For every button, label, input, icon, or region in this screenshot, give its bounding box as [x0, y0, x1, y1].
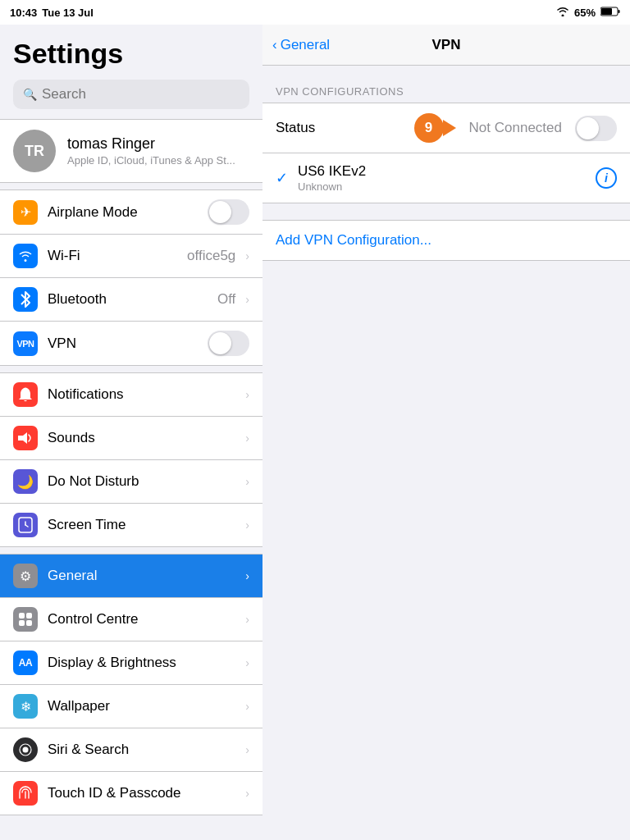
- back-chevron-icon: ‹: [272, 37, 277, 53]
- screen-time-label: Screen Time: [48, 517, 235, 533]
- vpn-entry-row[interactable]: ✓ US6 IKEv2 Unknown i: [262, 153, 630, 203]
- profile-row[interactable]: TR tomas Ringer Apple ID, iCloud, iTunes…: [0, 119, 262, 183]
- general-label: General: [48, 568, 235, 584]
- vpn-entry-info: US6 IKEv2 Unknown: [298, 163, 586, 193]
- sidebar: Settings 🔍 TR tomas Ringer Apple ID, iCl…: [0, 25, 262, 840]
- sidebar-item-display-brightness[interactable]: AA Display & Brightness ›: [0, 641, 262, 685]
- sidebar-item-sounds[interactable]: Sounds ›: [0, 417, 262, 460]
- bluetooth-chevron: ›: [245, 293, 249, 306]
- sidebar-item-wallpaper[interactable]: ❄ Wallpaper ›: [0, 685, 262, 728]
- profile-subtitle: Apple ID, iCloud, iTunes & App St...: [67, 154, 235, 167]
- siri-search-chevron: ›: [245, 743, 249, 756]
- vpn-status-row: Status 9 Not Connected: [262, 103, 630, 153]
- vpn-checkmark-icon: ✓: [276, 169, 288, 187]
- vpn-entry-sub: Unknown: [298, 180, 586, 193]
- avatar: TR: [13, 130, 56, 172]
- display-group: ⚙ General › Control Centre › AA: [0, 554, 262, 815]
- wallpaper-label: Wallpaper: [48, 698, 235, 714]
- wifi-value: office5g: [187, 248, 235, 264]
- battery: 65%: [574, 7, 596, 19]
- status-bar: 10:43 Tue 13 Jul 65%: [0, 0, 630, 25]
- sidebar-item-vpn[interactable]: VPN VPN: [0, 322, 262, 365]
- screen-time-chevron: ›: [245, 518, 249, 532]
- bluetooth-label: Bluetooth: [48, 291, 208, 308]
- profile-name: tomas Ringer: [67, 135, 235, 153]
- airplane-mode-icon: ✈: [13, 200, 38, 225]
- profile-info: tomas Ringer Apple ID, iCloud, iTunes & …: [67, 135, 235, 167]
- sidebar-item-screen-time[interactable]: Screen Time ›: [0, 504, 262, 546]
- notifications-label: Notifications: [48, 386, 235, 403]
- wifi-settings-icon: [13, 244, 38, 268]
- siri-search-label: Siri & Search: [48, 742, 235, 758]
- sidebar-item-do-not-disturb[interactable]: 🌙 Do Not Disturb ›: [0, 460, 262, 504]
- touch-id-icon: [13, 781, 38, 806]
- svg-rect-1: [601, 8, 612, 15]
- display-brightness-label: Display & Brightness: [48, 655, 235, 671]
- back-label: General: [281, 37, 330, 53]
- general-icon: ⚙: [13, 564, 38, 588]
- svg-point-12: [23, 747, 29, 753]
- svg-rect-9: [19, 620, 25, 626]
- search-bar[interactable]: 🔍: [13, 80, 249, 109]
- status-label: Status: [276, 120, 408, 136]
- vpn-label: VPN: [48, 336, 198, 352]
- bluetooth-icon: [13, 287, 38, 312]
- svg-rect-7: [19, 613, 25, 619]
- control-centre-chevron: ›: [245, 613, 249, 626]
- wifi-chevron: ›: [245, 249, 249, 262]
- nav-title: VPN: [432, 37, 461, 53]
- vpn-badge: 9: [414, 113, 444, 143]
- sounds-label: Sounds: [48, 430, 235, 446]
- right-panel: ‹ General VPN VPN CONFIGURATIONS Status …: [262, 25, 630, 840]
- vpn-section-header: VPN CONFIGURATIONS: [262, 85, 630, 103]
- sounds-icon: [13, 426, 38, 450]
- vpn-icon: VPN: [13, 331, 38, 356]
- vpn-badge-wrapper: 9: [414, 113, 456, 143]
- sidebar-item-airplane-mode[interactable]: ✈ Airplane Mode: [0, 190, 262, 235]
- notifications-group: Notifications › Sounds › 🌙 Do Not Distur…: [0, 372, 262, 547]
- airplane-mode-toggle[interactable]: [208, 199, 249, 225]
- sidebar-item-siri-search[interactable]: Siri & Search ›: [0, 728, 262, 772]
- wifi-icon: [556, 7, 569, 19]
- search-input[interactable]: [42, 86, 240, 103]
- status-text: Not Connected: [469, 120, 562, 136]
- sidebar-item-bluetooth[interactable]: Bluetooth Off ›: [0, 278, 262, 322]
- touch-id-chevron: ›: [245, 787, 249, 800]
- connectivity-group: ✈ Airplane Mode Wi-Fi office5g ›: [0, 189, 262, 366]
- do-not-disturb-chevron: ›: [245, 475, 249, 488]
- sidebar-item-notifications[interactable]: Notifications ›: [0, 373, 262, 417]
- vpn-toggle[interactable]: [208, 331, 249, 356]
- svg-marker-3: [18, 432, 27, 444]
- vpn-badge-arrow: [443, 120, 456, 136]
- sidebar-item-touch-id[interactable]: Touch ID & Passcode ›: [0, 772, 262, 815]
- do-not-disturb-label: Do Not Disturb: [48, 473, 235, 490]
- vpn-status-toggle[interactable]: [575, 116, 617, 141]
- general-chevron: ›: [245, 569, 249, 582]
- control-centre-label: Control Centre: [48, 611, 235, 628]
- settings-title: Settings: [0, 25, 262, 76]
- do-not-disturb-icon: 🌙: [13, 469, 38, 494]
- control-centre-icon: [13, 607, 38, 632]
- add-vpn-row[interactable]: Add VPN Configuration...: [262, 220, 630, 261]
- vpn-content: VPN CONFIGURATIONS Status 9 Not Connecte…: [262, 66, 630, 261]
- touch-id-label: Touch ID & Passcode: [48, 785, 235, 801]
- nav-back-button[interactable]: ‹ General: [272, 37, 330, 53]
- battery-icon: [600, 7, 620, 19]
- nav-bar: ‹ General VPN: [262, 25, 630, 66]
- vpn-entry-name: US6 IKEv2: [298, 163, 586, 180]
- sidebar-item-wifi[interactable]: Wi-Fi office5g ›: [0, 235, 262, 278]
- svg-rect-2: [619, 10, 620, 13]
- sidebar-item-general[interactable]: ⚙ General ›: [0, 555, 262, 598]
- sidebar-item-control-centre[interactable]: Control Centre ›: [0, 598, 262, 641]
- svg-rect-8: [26, 613, 32, 619]
- display-brightness-chevron: ›: [245, 656, 249, 669]
- vpn-info-button[interactable]: i: [596, 167, 617, 189]
- date: Tue 13 Jul: [42, 7, 94, 19]
- svg-line-6: [25, 525, 28, 527]
- airplane-mode-label: Airplane Mode: [48, 204, 198, 221]
- bluetooth-value: Off: [217, 291, 235, 308]
- vpn-config-group: Status 9 Not Connected ✓ US6 IKEv2 Unkno…: [262, 103, 630, 203]
- notifications-icon: [13, 382, 38, 407]
- add-vpn-label: Add VPN Configuration...: [276, 232, 431, 248]
- siri-icon: [13, 737, 38, 762]
